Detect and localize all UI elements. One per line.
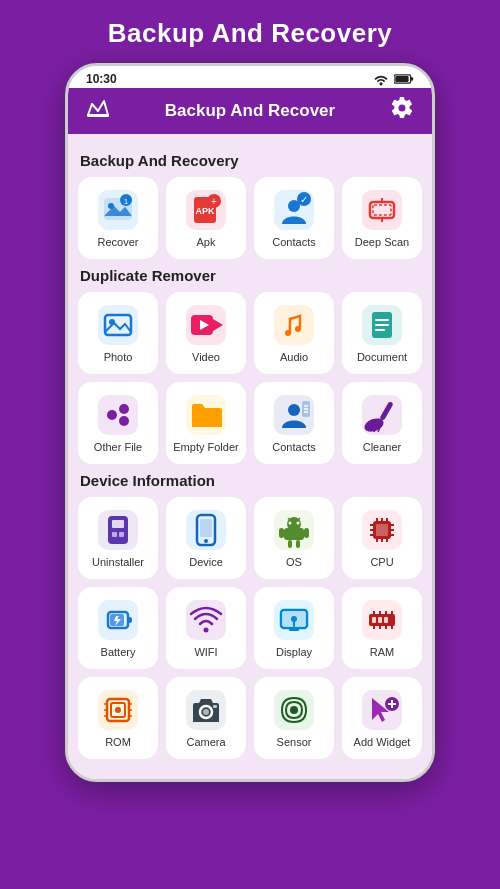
- ram-icon: [361, 599, 403, 641]
- audio-label: Audio: [280, 351, 308, 364]
- cpu-item[interactable]: CPU: [342, 497, 422, 579]
- svg-point-73: [297, 521, 300, 524]
- status-bar: 10:30: [68, 66, 432, 88]
- recover-label: Recover: [98, 236, 139, 249]
- svg-text:+: +: [211, 196, 217, 207]
- uninstaller-item[interactable]: Uninstaller: [78, 497, 158, 579]
- addwidget-label: Add Widget: [354, 736, 411, 749]
- wifi-item[interactable]: WIFI: [166, 587, 246, 669]
- contacts2-item[interactable]: Contacts: [254, 382, 334, 464]
- video-label: Video: [192, 351, 220, 364]
- emptyfolder-item[interactable]: Empty Folder: [166, 382, 246, 464]
- contacts-label: Contacts: [272, 236, 315, 249]
- svg-rect-67: [284, 528, 304, 540]
- contacts-item[interactable]: ✓ Contacts: [254, 177, 334, 259]
- svg-rect-70: [288, 540, 292, 548]
- uninstaller-icon: [97, 509, 139, 551]
- sensor-item[interactable]: Sensor: [254, 677, 334, 759]
- crown-icon: [82, 97, 114, 125]
- battery-label: Battery: [101, 646, 136, 659]
- photo-icon: [97, 304, 139, 346]
- device-grid: Uninstaller Device: [78, 497, 422, 759]
- app-bar-title: Backup And Recover: [114, 101, 386, 121]
- svg-rect-78: [376, 524, 388, 536]
- svg-text:1: 1: [124, 197, 129, 206]
- addwidget-icon: [361, 689, 403, 731]
- os-item[interactable]: OS: [254, 497, 334, 579]
- video-item[interactable]: Video: [166, 292, 246, 374]
- svg-point-96: [204, 627, 209, 632]
- wifi-status-icon: [373, 72, 389, 86]
- svg-marker-3: [88, 101, 108, 115]
- duplicate-grid: Photo Video: [78, 292, 422, 464]
- app-bar: Backup And Recover: [68, 88, 432, 134]
- svg-point-33: [295, 326, 301, 332]
- svg-rect-104: [372, 617, 376, 623]
- svg-point-41: [119, 404, 129, 414]
- audio-item[interactable]: Audio: [254, 292, 334, 374]
- otherfile-item[interactable]: Other File: [78, 382, 158, 464]
- cleaner-item[interactable]: Cleaner: [342, 382, 422, 464]
- svg-point-63: [204, 539, 208, 543]
- apk-label: Apk: [197, 236, 216, 249]
- wifi-label: WIFI: [194, 646, 217, 659]
- deepscan-label: Deep Scan: [355, 236, 409, 249]
- svg-rect-68: [279, 528, 284, 538]
- wifi-icon: [185, 599, 227, 641]
- otherfile-icon: [97, 394, 139, 436]
- apk-icon: APK +: [185, 189, 227, 231]
- deepscan-item[interactable]: Deep Scan: [342, 177, 422, 259]
- svg-rect-60: [119, 532, 124, 537]
- rom-label: ROM: [105, 736, 131, 749]
- battery-item[interactable]: Battery: [78, 587, 158, 669]
- sensor-label: Sensor: [277, 736, 312, 749]
- section-title-device: Device Information: [80, 472, 422, 489]
- svg-point-32: [285, 330, 291, 336]
- camera-label: Camera: [186, 736, 225, 749]
- recover-icon: 1: [97, 189, 139, 231]
- svg-rect-64: [200, 519, 212, 537]
- device-item[interactable]: Device: [166, 497, 246, 579]
- svg-rect-2: [395, 76, 408, 82]
- svg-rect-58: [112, 520, 124, 528]
- recover-item[interactable]: 1 Recover: [78, 177, 158, 259]
- apk-item[interactable]: APK + Apk: [166, 177, 246, 259]
- ram-item[interactable]: RAM: [342, 587, 422, 669]
- camera-item[interactable]: Camera: [166, 677, 246, 759]
- photo-item[interactable]: Photo: [78, 292, 158, 374]
- display-label: Display: [276, 646, 312, 659]
- device-label: Device: [189, 556, 223, 569]
- contacts2-label: Contacts: [272, 441, 315, 454]
- rom-item[interactable]: ROM: [78, 677, 158, 759]
- cleaner-icon: [361, 394, 403, 436]
- sensor-icon: [273, 689, 315, 731]
- document-icon: [361, 304, 403, 346]
- contacts2-icon: [273, 394, 315, 436]
- svg-point-72: [289, 521, 292, 524]
- display-item[interactable]: Display: [254, 587, 334, 669]
- svg-point-42: [119, 416, 129, 426]
- battery-status-icon: [394, 73, 414, 85]
- svg-rect-1: [411, 77, 414, 80]
- photo-label: Photo: [104, 351, 133, 364]
- svg-point-130: [290, 706, 298, 714]
- os-icon: [273, 509, 315, 551]
- svg-rect-106: [384, 617, 388, 623]
- document-item[interactable]: Document: [342, 292, 422, 374]
- addwidget-item[interactable]: Add Widget: [342, 677, 422, 759]
- svg-rect-105: [378, 617, 382, 623]
- status-icons: [373, 72, 414, 86]
- device-icon: [185, 509, 227, 551]
- svg-point-127: [203, 709, 209, 715]
- svg-rect-19: [362, 190, 402, 230]
- svg-rect-93: [128, 617, 132, 623]
- ram-label: RAM: [370, 646, 394, 659]
- backup-grid: 1 Recover APK + Apk: [78, 177, 422, 259]
- deepscan-icon: [361, 189, 403, 231]
- svg-rect-100: [289, 628, 299, 631]
- uninstaller-label: Uninstaller: [92, 556, 144, 569]
- rom-icon: [97, 689, 139, 731]
- os-label: OS: [286, 556, 302, 569]
- settings-icon[interactable]: [386, 96, 418, 126]
- svg-point-118: [115, 707, 121, 713]
